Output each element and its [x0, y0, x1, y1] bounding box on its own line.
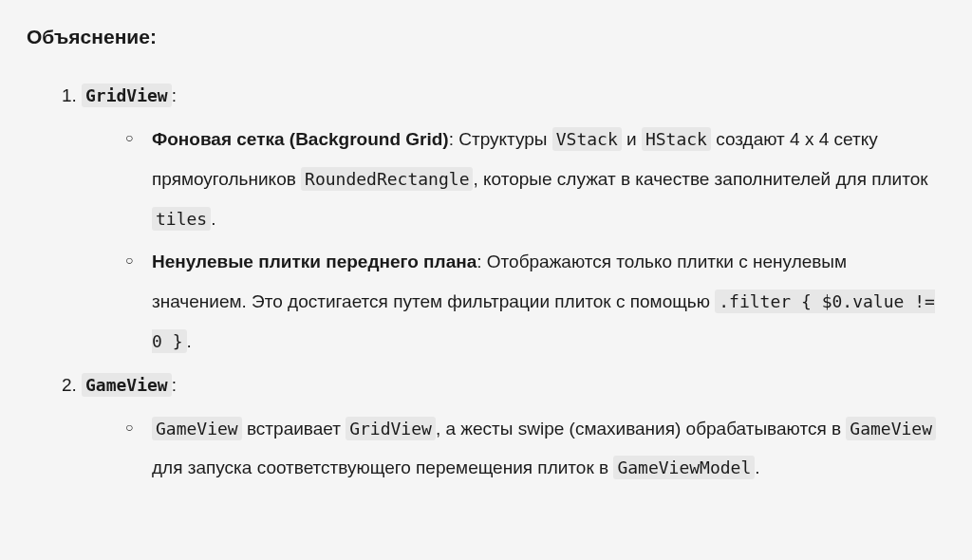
code-roundedrectangle: RoundedRectangle: [301, 167, 473, 191]
text: .: [211, 209, 215, 229]
explanation-heading: Объяснение:: [27, 15, 945, 59]
sub-item-title: Ненулевые плитки переднего плана: [152, 252, 477, 271]
list-item-gridview: GridView: Фоновая сетка (Background Grid…: [82, 76, 945, 362]
sub-list: Фоновая сетка (Background Grid): Структу…: [82, 120, 945, 362]
code-gameview: GameView: [82, 373, 172, 397]
text: :: [172, 375, 177, 395]
list-item-gameview: GameView: GameView встраивает GridView, …: [82, 365, 945, 488]
code-tiles: tiles: [152, 207, 211, 231]
text: , которые служат в качестве заполнителей…: [473, 169, 927, 189]
text: :: [172, 85, 177, 105]
code-gameview: GameView: [152, 417, 242, 440]
code-gridview: GridView: [82, 84, 172, 107]
text: и: [622, 129, 642, 149]
sub-item-gameview-embed: GameView встраивает GridView, а жесты sw…: [152, 409, 945, 489]
code-hstack: HStack: [642, 127, 711, 151]
explanation-list: GridView: Фоновая сетка (Background Grid…: [27, 76, 945, 488]
text: .: [187, 331, 192, 351]
code-vstack: VStack: [552, 127, 622, 151]
code-gridview: GridView: [346, 417, 436, 440]
sub-item-title: Фоновая сетка (Background Grid): [152, 129, 449, 149]
text: .: [755, 457, 759, 477]
sub-item-nonzero-tiles: Ненулевые плитки переднего плана: Отобра…: [152, 242, 945, 361]
text: встраивает: [242, 419, 346, 439]
sub-item-background-grid: Фоновая сетка (Background Grid): Структу…: [152, 120, 945, 238]
text: : Структуры: [449, 129, 552, 149]
sub-list: GameView встраивает GridView, а жесты sw…: [82, 409, 945, 489]
text: для запуска соответствующего перемещения…: [152, 457, 613, 477]
code-gameview: GameView: [846, 417, 936, 440]
code-gameviewmodel: GameViewModel: [613, 456, 755, 479]
text: , а жесты swipe (смахивания) обрабатываю…: [436, 419, 846, 439]
